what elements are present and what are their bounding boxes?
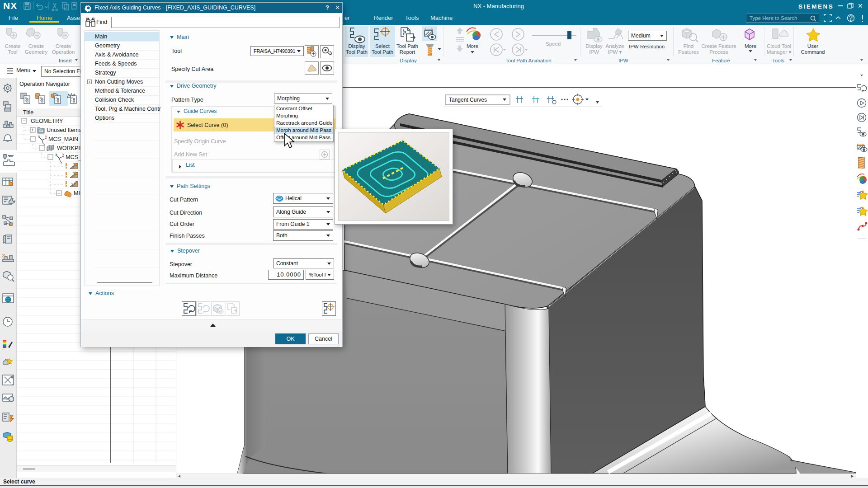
- svg-text:z: z: [38, 135, 40, 138]
- svg-text:y: y: [62, 153, 64, 156]
- svg-text:Unused Items: Unused Items: [47, 127, 81, 133]
- svg-text:z: z: [55, 153, 57, 156]
- svg-text:MCS_MAIN: MCS_MAIN: [48, 136, 78, 142]
- svg-text:GEOMETRY: GEOMETRY: [31, 118, 63, 124]
- svg-text:Tangent Curves: Tangent Curves: [449, 97, 487, 103]
- svg-text:y: y: [45, 135, 47, 138]
- svg-text:x: x: [61, 161, 62, 164]
